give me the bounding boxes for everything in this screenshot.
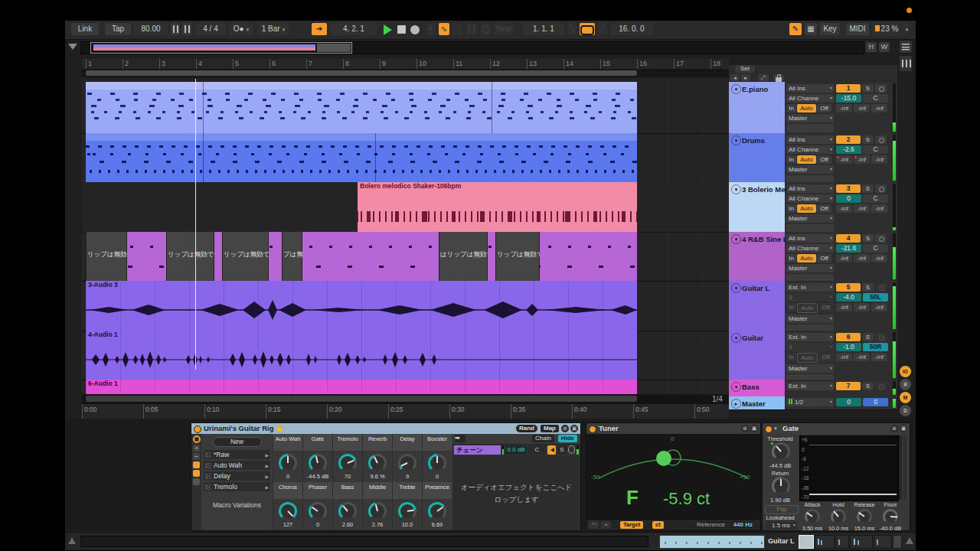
fixed-height-button[interactable]: H <box>866 42 877 52</box>
send-a[interactable]: -inf <box>836 104 852 112</box>
send-b[interactable]: -inf <box>854 204 870 213</box>
clip-epiano[interactable] <box>86 82 637 133</box>
fold-icon[interactable]: ▾ <box>731 333 741 343</box>
fold-icon[interactable]: ▾ <box>731 382 741 392</box>
lock-button[interactable] <box>773 74 784 81</box>
volume-field[interactable]: -1.0 <box>836 343 861 351</box>
threshold-knob[interactable] <box>772 442 790 461</box>
input-channel-chooser[interactable]: 3 <box>786 343 834 351</box>
lane-bolero[interactable]: Bolero melodico Shaker-106bpm <box>82 182 729 233</box>
link-button[interactable]: Link <box>71 23 99 35</box>
send-c[interactable]: -inf <box>871 204 887 213</box>
macro-knob[interactable] <box>398 454 416 472</box>
minus-icon[interactable]: − <box>193 453 200 460</box>
input-channel-chooser[interactable]: All Channe <box>786 244 834 253</box>
disabled-clip[interactable]: プは無 <box>282 232 302 281</box>
device-thumbnail[interactable] <box>835 535 849 549</box>
macro-knob[interactable] <box>309 502 327 520</box>
macro-cell[interactable]: Treble 10.0 <box>392 482 422 530</box>
map-button[interactable]: Map <box>541 425 559 432</box>
save-preset-icon[interactable]: ▣ <box>570 425 578 432</box>
clip-audio4[interactable]: 4-Audio 1 <box>86 331 637 380</box>
lane-guitar-l[interactable]: 3-Audio 3 <box>82 281 729 331</box>
arm-button[interactable] <box>875 283 887 292</box>
macro-knob[interactable] <box>338 454 357 472</box>
pan-field[interactable]: C <box>863 145 888 154</box>
threshold-line[interactable] <box>809 494 897 495</box>
punch-in-icon[interactable]: ╲ <box>567 23 577 35</box>
show-delay-button[interactable]: D <box>900 405 911 416</box>
monitor-switch[interactable]: InAutoOff <box>786 155 834 164</box>
param-knob[interactable] <box>805 509 820 524</box>
disabled-clip[interactable]: リップは無効で <box>222 232 269 281</box>
flip-button[interactable]: Flip <box>765 505 799 514</box>
solo-button[interactable]: S <box>862 234 874 243</box>
send-c[interactable]: -inf <box>871 104 887 112</box>
send-c[interactable]: -inf <box>871 155 887 164</box>
volume-field[interactable]: -15.0 <box>836 94 861 103</box>
rack-chain-item[interactable]: Auto Wah ▶ <box>204 461 270 470</box>
device-thumbnail[interactable] <box>850 535 873 549</box>
solo-button[interactable]: S <box>862 333 874 341</box>
return-knob[interactable] <box>772 477 790 495</box>
macro-cell[interactable]: Middle 2.76 <box>362 482 392 530</box>
speaker-icon[interactable] <box>547 445 556 455</box>
track-arm-number[interactable]: 4 <box>836 234 861 243</box>
macro-cell[interactable]: Booster 0 <box>422 434 452 481</box>
monitor-switch[interactable]: InAutoOff <box>786 204 834 213</box>
output-chooser[interactable]: Master <box>786 315 834 323</box>
device-activator[interactable] <box>194 425 201 433</box>
loop-strip[interactable] <box>82 69 729 77</box>
gate-param[interactable]: Release 15.0 ms <box>851 501 877 532</box>
pan-field[interactable]: C <box>863 194 888 203</box>
show-returns-button[interactable]: R <box>900 379 911 390</box>
draw-mode-button[interactable]: ✎ <box>789 23 802 35</box>
clip-title[interactable]: 6-Audio 1 <box>88 380 118 387</box>
macro-value[interactable]: -44.5 dB <box>303 473 332 480</box>
cpu-menu[interactable] <box>903 23 909 35</box>
send-c[interactable]: -inf <box>871 303 887 311</box>
chain-name[interactable]: チェーン <box>454 445 501 455</box>
track-name-cell[interactable]: ▸Master <box>729 396 785 409</box>
track-arm-number[interactable]: 7 <box>836 382 861 390</box>
fold-icon[interactable]: ▾ <box>731 184 741 194</box>
rand-button[interactable]: Rand <box>516 425 537 432</box>
send-b[interactable]: -inf <box>854 254 870 262</box>
device-drop-area[interactable]: オーディオエフェクトをここへド ロップします <box>452 455 580 530</box>
track-name-cell[interactable]: ▾Guitar <box>729 331 785 380</box>
scrollbar-handle[interactable] <box>86 396 637 402</box>
macro-knob[interactable] <box>279 454 297 472</box>
hotswap-icon[interactable]: ⊘ <box>741 425 749 432</box>
loop-brace[interactable] <box>86 70 637 76</box>
hide-tab[interactable]: Hide <box>558 435 577 442</box>
time-signature-field[interactable]: 4 / 4 <box>195 23 226 35</box>
device-thumbnail[interactable] <box>815 535 835 549</box>
fixed-width-button[interactable]: W <box>879 42 890 52</box>
clip-title[interactable]: 3-Audio 3 <box>88 281 118 289</box>
device-thumbnail-selected[interactable] <box>799 535 814 549</box>
macro-knob[interactable] <box>279 502 297 520</box>
cents-button[interactable]: ct <box>652 521 664 529</box>
track-arm-number[interactable]: 2 <box>836 135 861 144</box>
chain-pan[interactable]: C <box>528 445 546 455</box>
hotswap-icon[interactable]: ⊘ <box>890 425 898 432</box>
overview-fold-icon[interactable] <box>68 44 77 50</box>
macro-value[interactable]: 6.69 <box>423 521 452 528</box>
nudge-icon[interactable] <box>182 23 191 35</box>
set-button[interactable]: Set <box>735 65 755 73</box>
clip-audio3[interactable]: 3-Audio 3 <box>86 281 637 331</box>
solo-button[interactable]: S <box>862 84 874 93</box>
macro-cell[interactable]: Gate -44.5 dB <box>302 434 332 481</box>
chain-activator[interactable] <box>568 445 576 454</box>
show-macros-icon[interactable] <box>193 478 200 485</box>
master-volume-field[interactable]: 0 <box>836 398 861 406</box>
fold-icon[interactable]: ▼ <box>773 423 778 434</box>
chain-row[interactable]: チェーン 0.0 dB C S <box>452 445 580 455</box>
param-knob[interactable] <box>857 509 872 524</box>
tap-tempo-button[interactable]: Tap <box>105 23 131 35</box>
target-button[interactable]: Target <box>620 521 643 529</box>
monitor-switch[interactable]: InAutoOff <box>786 254 834 262</box>
solo-button[interactable]: S <box>862 382 874 390</box>
save-preset-icon[interactable]: ▣ <box>900 425 907 432</box>
hotswap-icon[interactable]: ⊘ <box>561 425 569 432</box>
